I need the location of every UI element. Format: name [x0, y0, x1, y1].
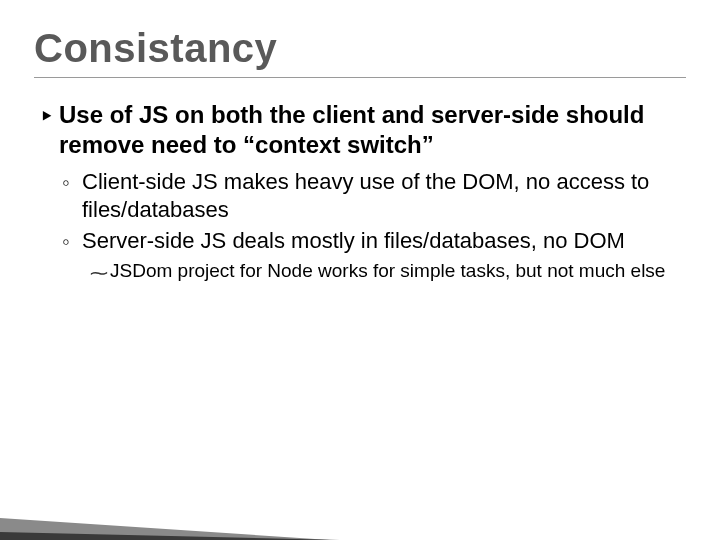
slide-title: Consistancy: [34, 26, 686, 71]
bullet-level-3: ⁓ JSDom project for Node works for simpl…: [90, 259, 686, 285]
bullet-text: JSDom project for Node works for simple …: [108, 259, 665, 285]
bullet-marker-icon: ◦: [62, 168, 80, 223]
bullet-text: Server-side JS deals mostly in files/dat…: [80, 227, 625, 255]
bullet-level-2: ◦ Server-side JS deals mostly in files/d…: [62, 227, 686, 255]
bullet-text: Client-side JS makes heavy use of the DO…: [80, 168, 686, 223]
bullet-level-2: ◦ Client-side JS makes heavy use of the …: [62, 168, 686, 223]
svg-marker-0: [0, 525, 280, 540]
bullet-marker-icon: ⁓: [90, 259, 108, 285]
bullet-level-1: ‣ Use of JS on both the client and serve…: [40, 100, 686, 160]
bullet-text: Use of JS on both the client and server-…: [53, 100, 686, 160]
svg-marker-2: [0, 532, 340, 540]
corner-decoration-icon: [0, 470, 340, 540]
bullet-marker-icon: ◦: [62, 227, 80, 255]
bullet-marker-icon: ‣: [40, 100, 53, 160]
svg-marker-1: [0, 518, 330, 540]
slide: Consistancy ‣ Use of JS on both the clie…: [0, 0, 720, 540]
title-divider: [34, 77, 686, 78]
slide-content: ‣ Use of JS on both the client and serve…: [34, 100, 686, 285]
